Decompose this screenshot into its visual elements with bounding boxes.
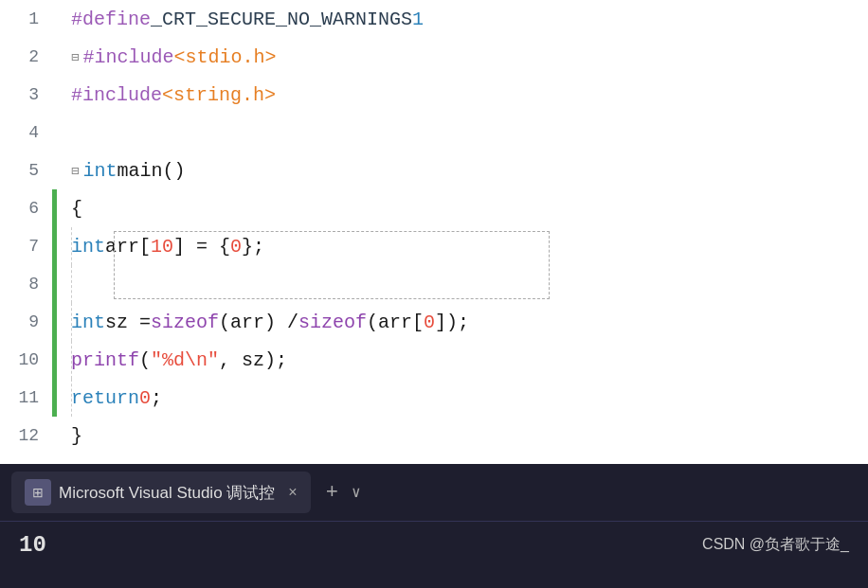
code-token: sizeof <box>298 312 367 333</box>
code-token: 0 <box>230 236 242 258</box>
code-token: "%d\n" <box>151 349 219 371</box>
taskbar: ⊞ Microsoft Visual Studio 调试控 × + ∨ 10 C… <box>0 464 868 588</box>
code-token: <string.h> <box>162 84 276 106</box>
attribution-text: CSDN @负者歌于途_ <box>702 535 849 555</box>
code-token: (arr[ <box>367 312 424 333</box>
line-content: printf("%d\n", sz); <box>52 341 868 379</box>
line-number: 12 <box>0 417 52 454</box>
line-number: 7 <box>0 227 52 265</box>
code-token: arr[ <box>105 236 151 258</box>
code-token: int <box>71 236 105 258</box>
line-content: int arr[10] = { 0 }; <box>52 227 868 265</box>
code-token: } <box>71 425 82 447</box>
line-content <box>52 265 868 303</box>
line-number: 1 <box>0 0 52 38</box>
code-line: 5⊟int main() <box>0 151 868 189</box>
indent-guide <box>71 265 72 303</box>
debug-tab[interactable]: ⊞ Microsoft Visual Studio 调试控 × <box>11 472 311 513</box>
code-token: return <box>71 387 139 409</box>
new-tab-button[interactable]: + <box>326 481 338 505</box>
line-number: 3 <box>0 76 52 114</box>
code-token: 0 <box>424 312 435 333</box>
tab-icon: ⊞ <box>25 479 51 506</box>
line-content: } <box>52 417 868 454</box>
line-number: 2 <box>0 38 52 76</box>
line-content: ⊟#include<stdio.h> <box>52 38 868 76</box>
code-line: 1 #define _CRT_SECURE_NO_WARNINGS 1 <box>0 0 868 38</box>
code-editor[interactable]: 1 #define _CRT_SECURE_NO_WARNINGS 12⊟#in… <box>0 0 868 464</box>
code-line: 9 int sz = sizeof(arr) / sizeof(arr[0]); <box>0 303 868 341</box>
code-token: ⊟ <box>71 49 79 65</box>
line-content <box>52 114 868 151</box>
code-token: sz = <box>105 312 151 333</box>
line-number: 9 <box>0 303 52 341</box>
code-token: 10 <box>151 236 173 258</box>
code-token: ] = { <box>173 236 230 258</box>
code-token: ]); <box>435 312 469 333</box>
tab-bar: ⊞ Microsoft Visual Studio 调试控 × + ∨ <box>0 464 868 521</box>
line-number: 10 <box>0 341 52 379</box>
tab-label: Microsoft Visual Studio 调试控 <box>59 482 275 504</box>
code-token: _CRT_SECURE_NO_WARNINGS <box>151 9 412 30</box>
line-content: #define _CRT_SECURE_NO_WARNINGS 1 <box>52 0 868 38</box>
line-number: 4 <box>0 114 52 151</box>
code-token: ⊟ <box>71 163 79 179</box>
code-token: #include <box>82 46 173 68</box>
tab-close-button[interactable]: × <box>288 484 297 501</box>
code-token: int <box>71 312 105 333</box>
status-bar: 10 CSDN @负者歌于途_ <box>0 521 868 568</box>
line-number: 6 <box>0 189 52 227</box>
code-token: main() <box>117 160 185 182</box>
code-token: #include <box>71 84 162 106</box>
code-token: (arr) / <box>219 312 298 333</box>
code-line: 10 printf("%d\n", sz); <box>0 341 868 379</box>
line-number: 11 <box>0 379 52 417</box>
code-token: ; <box>151 387 162 409</box>
line-content: return 0; <box>52 379 868 417</box>
line-number-status: 10 <box>19 532 46 558</box>
code-token: sizeof <box>151 312 219 333</box>
line-number: 5 <box>0 151 52 189</box>
line-number: 8 <box>0 265 52 303</box>
line-content: { <box>52 189 868 227</box>
tab-dropdown-button[interactable]: ∨ <box>352 483 361 502</box>
code-lines: 1 #define _CRT_SECURE_NO_WARNINGS 12⊟#in… <box>0 0 868 464</box>
line-content: #include<string.h> <box>52 76 868 114</box>
line-content: ⊟int main() <box>52 151 868 189</box>
line-content: int sz = sizeof(arr) / sizeof(arr[0]); <box>52 303 868 341</box>
code-line: 2⊟#include<stdio.h> <box>0 38 868 76</box>
code-token: , sz); <box>219 349 287 371</box>
code-token: <stdio.h> <box>173 46 276 68</box>
code-token: printf <box>71 349 139 371</box>
code-token: }; <box>242 236 264 258</box>
code-token: 0 <box>139 387 151 409</box>
code-line: 12 } <box>0 417 868 454</box>
code-token: 1 <box>412 9 424 30</box>
code-line: 4 <box>0 114 868 151</box>
code-token: int <box>82 160 117 182</box>
code-line: 8 <box>0 265 868 303</box>
code-token: #define <box>71 9 151 30</box>
green-bar <box>52 189 57 417</box>
code-line: 7 int arr[10] = { 0 }; <box>0 227 868 265</box>
code-line: 6 { <box>0 189 868 227</box>
code-token: { <box>71 198 82 220</box>
code-line: 3 #include<string.h> <box>0 76 868 114</box>
code-line: 11 return 0; <box>0 379 868 417</box>
code-token: ( <box>139 349 151 371</box>
